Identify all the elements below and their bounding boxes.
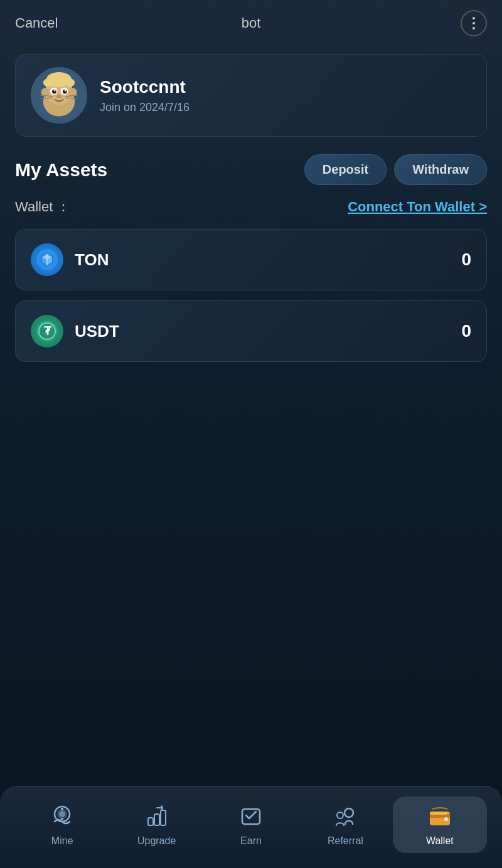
nav-item-upgrade[interactable]: Upgrade [109, 797, 203, 853]
avatar [31, 67, 87, 124]
profile-card: Sootccnnt Join on 2024/7/16 [15, 54, 487, 137]
profile-info: Sootccnnt Join on 2024/7/16 [100, 77, 190, 114]
svg-rect-32 [61, 818, 63, 820]
avatar-image [33, 69, 85, 122]
bottom-nav: Mine Upgrade Earn [0, 786, 502, 868]
svg-line-16 [41, 98, 53, 98]
usdt-balance: 0 [461, 321, 471, 341]
nav-earn-label: Earn [240, 835, 262, 847]
assets-header: My Assets Deposit Withdraw [15, 154, 487, 185]
svg-point-14 [56, 95, 61, 98]
upgrade-icon [143, 803, 171, 830]
svg-rect-33 [148, 818, 153, 825]
svg-point-38 [344, 808, 353, 817]
usdt-asset-item: ₮ USDT 0 [15, 300, 487, 362]
earn-icon [237, 803, 265, 830]
profile-join-date: Join on 2024/7/16 [100, 101, 190, 114]
wallet-row: Wallet ： Connect Ton Wallet > [15, 198, 487, 216]
ton-icon [31, 243, 63, 276]
header: Cancel bot [0, 0, 502, 44]
svg-point-39 [337, 812, 343, 818]
deposit-button[interactable]: Deposit [304, 154, 387, 185]
assets-buttons: Deposit Withdraw [304, 154, 487, 185]
ton-asset-left: TON [31, 243, 109, 276]
nav-upgrade-label: Upgrade [137, 835, 176, 847]
header-title: bot [242, 15, 261, 31]
nav-mine-label: Mine [51, 835, 73, 847]
svg-point-4 [43, 78, 54, 87]
wallet-label: Wallet ： [15, 198, 70, 216]
cancel-button[interactable]: Cancel [15, 15, 58, 31]
nav-item-wallet[interactable]: Wallet [393, 797, 487, 853]
svg-point-30 [59, 811, 65, 817]
svg-point-43 [444, 817, 448, 821]
svg-point-12 [54, 90, 56, 92]
nav-item-mine[interactable]: Mine [15, 797, 109, 853]
ton-name: TON [75, 250, 109, 270]
svg-point-13 [65, 90, 67, 92]
menu-dots-icon [473, 17, 475, 29]
usdt-icon: ₮ [31, 315, 63, 347]
ton-asset-item: TON 0 [15, 229, 487, 290]
assets-section: My Assets Deposit Withdraw Wallet ： Conn… [15, 154, 487, 362]
assets-title: My Assets [15, 159, 107, 181]
svg-rect-34 [154, 814, 159, 825]
svg-rect-31 [61, 808, 63, 810]
nav-item-referral[interactable]: Referral [298, 797, 392, 853]
mine-icon [48, 803, 76, 830]
usdt-name: USDT [75, 322, 119, 341]
svg-line-18 [65, 98, 77, 98]
referral-icon [331, 803, 359, 830]
svg-point-5 [64, 78, 75, 87]
usdt-asset-left: ₮ USDT [31, 315, 119, 347]
profile-username: Sootccnnt [100, 77, 190, 97]
ton-balance: 0 [461, 250, 471, 270]
svg-rect-35 [161, 810, 166, 825]
nav-item-earn[interactable]: Earn [204, 797, 298, 853]
wallet-nav-icon [426, 803, 454, 830]
connect-wallet-link[interactable]: Connect Ton Wallet > [348, 199, 487, 215]
withdraw-button[interactable]: Withdraw [394, 154, 487, 185]
svg-rect-42 [430, 812, 447, 815]
menu-button[interactable] [461, 10, 487, 36]
nav-wallet-label: Wallet [426, 835, 454, 847]
nav-referral-label: Referral [328, 835, 363, 847]
svg-point-36 [161, 807, 163, 809]
